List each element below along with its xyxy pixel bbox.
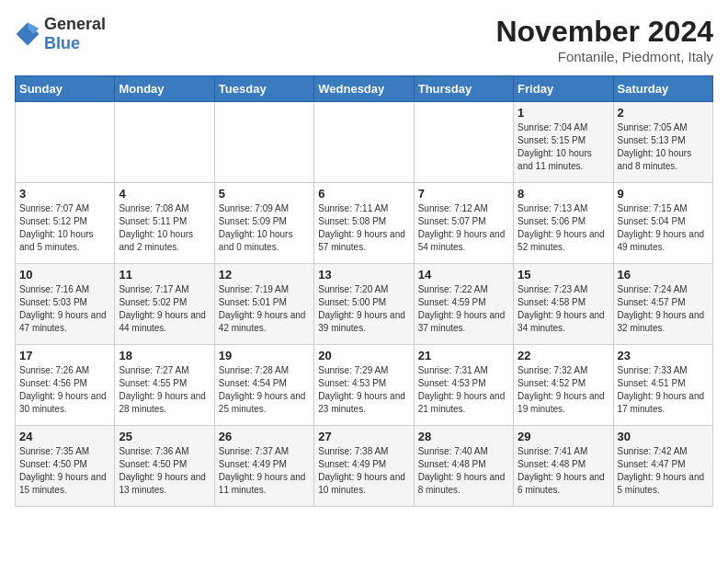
- day-info: Sunrise: 7:41 AM Sunset: 4:48 PM Dayligh…: [518, 445, 609, 497]
- day-number: 7: [418, 187, 509, 201]
- calendar-cell: 11Sunrise: 7:17 AM Sunset: 5:02 PM Dayli…: [115, 264, 214, 345]
- calendar-week-1: 1Sunrise: 7:04 AM Sunset: 5:15 PM Daylig…: [16, 102, 713, 183]
- day-number: 22: [518, 349, 609, 362]
- day-header-tuesday: Tuesday: [214, 76, 313, 102]
- day-header-monday: Monday: [115, 76, 214, 102]
- day-header-wednesday: Wednesday: [314, 76, 414, 102]
- day-info: Sunrise: 7:20 AM Sunset: 5:00 PM Dayligh…: [318, 283, 409, 335]
- calendar-cell: 5Sunrise: 7:09 AM Sunset: 5:09 PM Daylig…: [214, 183, 313, 264]
- day-info: Sunrise: 7:08 AM Sunset: 5:11 PM Dayligh…: [119, 202, 210, 254]
- day-number: 28: [418, 430, 509, 443]
- day-number: 26: [219, 430, 310, 443]
- day-info: Sunrise: 7:27 AM Sunset: 4:55 PM Dayligh…: [119, 364, 210, 416]
- day-number: 20: [318, 349, 409, 362]
- calendar-cell: [115, 102, 214, 183]
- calendar-cell: 8Sunrise: 7:13 AM Sunset: 5:06 PM Daylig…: [514, 183, 613, 264]
- day-number: 4: [119, 187, 210, 201]
- calendar-cell: [16, 102, 115, 183]
- calendar-cell: 22Sunrise: 7:32 AM Sunset: 4:52 PM Dayli…: [514, 345, 613, 426]
- calendar-table: SundayMondayTuesdayWednesdayThursdayFrid…: [15, 75, 713, 507]
- day-info: Sunrise: 7:15 AM Sunset: 5:04 PM Dayligh…: [618, 202, 709, 254]
- day-info: Sunrise: 7:40 AM Sunset: 4:48 PM Dayligh…: [418, 445, 509, 497]
- calendar-cell: 29Sunrise: 7:41 AM Sunset: 4:48 PM Dayli…: [514, 426, 613, 507]
- calendar-cell: 3Sunrise: 7:07 AM Sunset: 5:12 PM Daylig…: [16, 183, 115, 264]
- calendar-week-2: 3Sunrise: 7:07 AM Sunset: 5:12 PM Daylig…: [16, 183, 713, 264]
- day-info: Sunrise: 7:26 AM Sunset: 4:56 PM Dayligh…: [19, 364, 110, 416]
- calendar-cell: 27Sunrise: 7:38 AM Sunset: 4:49 PM Dayli…: [314, 426, 414, 507]
- calendar-cell: 14Sunrise: 7:22 AM Sunset: 4:59 PM Dayli…: [414, 264, 513, 345]
- calendar-cell: 19Sunrise: 7:28 AM Sunset: 4:54 PM Dayli…: [214, 345, 313, 426]
- day-number: 12: [219, 268, 310, 282]
- calendar-cell: 2Sunrise: 7:05 AM Sunset: 5:13 PM Daylig…: [613, 102, 712, 183]
- page-header: General Blue November 2024 Fontanile, Pi…: [15, 15, 713, 64]
- day-number: 2: [618, 106, 709, 120]
- day-info: Sunrise: 7:04 AM Sunset: 5:15 PM Dayligh…: [518, 121, 609, 173]
- calendar-week-3: 10Sunrise: 7:16 AM Sunset: 5:03 PM Dayli…: [16, 264, 713, 345]
- calendar-week-5: 24Sunrise: 7:35 AM Sunset: 4:50 PM Dayli…: [16, 426, 713, 507]
- calendar-cell: 23Sunrise: 7:33 AM Sunset: 4:51 PM Dayli…: [613, 345, 712, 426]
- calendar-cell: 15Sunrise: 7:23 AM Sunset: 4:58 PM Dayli…: [514, 264, 613, 345]
- calendar-header-row: SundayMondayTuesdayWednesdayThursdayFrid…: [16, 76, 713, 102]
- day-info: Sunrise: 7:09 AM Sunset: 5:09 PM Dayligh…: [219, 202, 310, 254]
- day-number: 18: [119, 349, 210, 362]
- day-info: Sunrise: 7:28 AM Sunset: 4:54 PM Dayligh…: [219, 364, 310, 416]
- calendar-cell: 18Sunrise: 7:27 AM Sunset: 4:55 PM Dayli…: [115, 345, 214, 426]
- day-number: 17: [19, 349, 110, 362]
- day-info: Sunrise: 7:11 AM Sunset: 5:08 PM Dayligh…: [318, 202, 409, 254]
- day-number: 10: [19, 268, 110, 282]
- month-title: November 2024: [495, 15, 713, 49]
- day-number: 14: [418, 268, 509, 282]
- day-header-sunday: Sunday: [16, 76, 115, 102]
- day-info: Sunrise: 7:13 AM Sunset: 5:06 PM Dayligh…: [518, 202, 609, 254]
- day-number: 13: [318, 268, 409, 282]
- calendar-cell: 20Sunrise: 7:29 AM Sunset: 4:53 PM Dayli…: [314, 345, 414, 426]
- day-info: Sunrise: 7:29 AM Sunset: 4:53 PM Dayligh…: [318, 364, 409, 416]
- day-number: 16: [618, 268, 709, 282]
- day-info: Sunrise: 7:42 AM Sunset: 4:47 PM Dayligh…: [618, 445, 709, 497]
- day-header-friday: Friday: [514, 76, 613, 102]
- calendar-cell: 24Sunrise: 7:35 AM Sunset: 4:50 PM Dayli…: [16, 426, 115, 507]
- day-number: 29: [518, 430, 609, 443]
- day-info: Sunrise: 7:23 AM Sunset: 4:58 PM Dayligh…: [518, 283, 609, 335]
- calendar-cell: [314, 102, 414, 183]
- calendar-cell: 30Sunrise: 7:42 AM Sunset: 4:47 PM Dayli…: [613, 426, 712, 507]
- calendar-cell: 6Sunrise: 7:11 AM Sunset: 5:08 PM Daylig…: [314, 183, 414, 264]
- day-info: Sunrise: 7:31 AM Sunset: 4:53 PM Dayligh…: [418, 364, 509, 416]
- day-info: Sunrise: 7:38 AM Sunset: 4:49 PM Dayligh…: [318, 445, 409, 497]
- logo-general: General: [44, 15, 106, 33]
- calendar-cell: 13Sunrise: 7:20 AM Sunset: 5:00 PM Dayli…: [314, 264, 414, 345]
- calendar-cell: 25Sunrise: 7:36 AM Sunset: 4:50 PM Dayli…: [115, 426, 214, 507]
- day-info: Sunrise: 7:35 AM Sunset: 4:50 PM Dayligh…: [19, 445, 110, 497]
- day-number: 3: [19, 187, 110, 201]
- day-number: 15: [518, 268, 609, 282]
- logo: General Blue: [15, 15, 106, 53]
- day-number: 11: [119, 268, 210, 282]
- calendar-cell: 17Sunrise: 7:26 AM Sunset: 4:56 PM Dayli…: [16, 345, 115, 426]
- day-number: 24: [19, 430, 110, 443]
- calendar-cell: 4Sunrise: 7:08 AM Sunset: 5:11 PM Daylig…: [115, 183, 214, 264]
- calendar-cell: [414, 102, 513, 183]
- calendar-cell: 7Sunrise: 7:12 AM Sunset: 5:07 PM Daylig…: [414, 183, 513, 264]
- day-number: 6: [318, 187, 409, 201]
- calendar-cell: 9Sunrise: 7:15 AM Sunset: 5:04 PM Daylig…: [613, 183, 712, 264]
- day-info: Sunrise: 7:22 AM Sunset: 4:59 PM Dayligh…: [418, 283, 509, 335]
- day-number: 1: [518, 106, 609, 120]
- day-info: Sunrise: 7:33 AM Sunset: 4:51 PM Dayligh…: [618, 364, 709, 416]
- day-info: Sunrise: 7:37 AM Sunset: 4:49 PM Dayligh…: [219, 445, 310, 497]
- day-info: Sunrise: 7:07 AM Sunset: 5:12 PM Dayligh…: [19, 202, 110, 254]
- day-info: Sunrise: 7:12 AM Sunset: 5:07 PM Dayligh…: [418, 202, 509, 254]
- calendar-week-4: 17Sunrise: 7:26 AM Sunset: 4:56 PM Dayli…: [16, 345, 713, 426]
- day-number: 5: [219, 187, 310, 201]
- day-info: Sunrise: 7:05 AM Sunset: 5:13 PM Dayligh…: [618, 121, 709, 173]
- day-header-saturday: Saturday: [613, 76, 712, 102]
- day-number: 19: [219, 349, 310, 362]
- day-number: 25: [119, 430, 210, 443]
- day-info: Sunrise: 7:17 AM Sunset: 5:02 PM Dayligh…: [119, 283, 210, 335]
- logo-icon: [15, 21, 40, 47]
- calendar-cell: 26Sunrise: 7:37 AM Sunset: 4:49 PM Dayli…: [214, 426, 313, 507]
- logo-blue: Blue: [44, 34, 80, 52]
- calendar-cell: 16Sunrise: 7:24 AM Sunset: 4:57 PM Dayli…: [613, 264, 712, 345]
- day-info: Sunrise: 7:16 AM Sunset: 5:03 PM Dayligh…: [19, 283, 110, 335]
- day-number: 8: [518, 187, 609, 201]
- day-info: Sunrise: 7:24 AM Sunset: 4:57 PM Dayligh…: [618, 283, 709, 335]
